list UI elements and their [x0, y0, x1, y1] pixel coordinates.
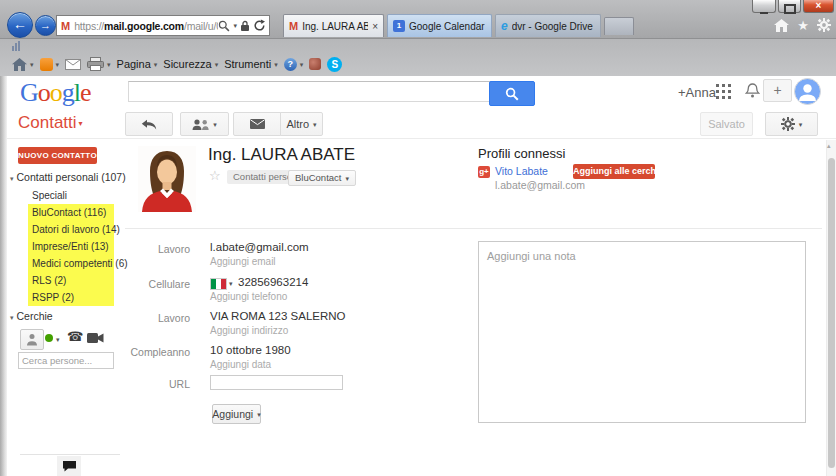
search-icon[interactable]: [218, 20, 230, 32]
home-icon[interactable]: [774, 19, 789, 32]
scrollbar-up-icon[interactable]: ▴: [827, 142, 831, 150]
account-link[interactable]: +Anna: [678, 85, 716, 100]
back-to-list-button[interactable]: [125, 112, 173, 136]
caret-down-icon: ▾: [10, 175, 14, 182]
new-tab-button[interactable]: [604, 17, 634, 35]
circles-contact-button[interactable]: [20, 329, 44, 350]
profile-avatar[interactable]: [794, 78, 821, 105]
caret-down-icon: ▾: [30, 61, 34, 68]
favorites-bar-icon[interactable]: [12, 41, 20, 51]
new-contact-button[interactable]: NUOVO CONTATTO: [18, 147, 97, 164]
url-field-input[interactable]: [210, 375, 343, 390]
tab-label: Google Calendar: [409, 21, 486, 32]
sidebar-item-blucontact[interactable]: BluContact (116): [28, 204, 114, 221]
field-value-birthday[interactable]: 10 ottobre 1980: [210, 344, 291, 356]
add-date-link[interactable]: Aggiungi data: [210, 359, 271, 370]
settings-gear-icon: [781, 117, 795, 131]
groups-icon: [192, 119, 209, 130]
mail-icon: [250, 119, 265, 129]
read-mail-button[interactable]: [65, 59, 81, 70]
field-label: Compleanno: [128, 346, 190, 358]
add-address-link[interactable]: Aggiungi indirizzo: [210, 325, 288, 336]
window-minimize-button[interactable]: [752, 0, 776, 13]
command-bar: ▾ ▾ ▾ Pagina ▾ Sicurezza ▾ Strume: [0, 39, 836, 77]
caret-down-icon: ▾: [300, 61, 304, 68]
favorites-star-icon[interactable]: ★: [797, 19, 809, 32]
profile-name-link[interactable]: Vito Labate: [495, 165, 548, 177]
sidebar-group-cerchie[interactable]: ▾Cerchie: [10, 310, 53, 322]
help-button[interactable]: ? ▾: [284, 58, 304, 71]
mail-icon: [65, 59, 81, 70]
more-actions-button[interactable]: Altro ▾: [280, 112, 323, 136]
tab-google-calendar[interactable]: 1 Google Calendar: [387, 14, 492, 37]
settings-gear-icon[interactable]: [817, 18, 831, 32]
sidebar-item-rspp[interactable]: RSPP (2): [28, 289, 114, 306]
rss-feed-button[interactable]: ▾: [40, 58, 60, 71]
sidebar-item-datori-di-lavoro[interactable]: Datori di lavoro (14): [28, 221, 114, 238]
menu-strumenti[interactable]: Strumenti ▾: [224, 58, 278, 70]
search-input[interactable]: [128, 81, 500, 102]
address-bar[interactable]: M https://mail.google.com/mail/u/0/#c ▾: [56, 15, 270, 36]
refresh-icon[interactable]: [253, 19, 266, 32]
window-maximize-button[interactable]: [778, 0, 801, 13]
field-value-email[interactable]: l.abate@gmail.com: [210, 241, 309, 253]
chat-toggle-button[interactable]: [57, 456, 81, 476]
presence-caret-icon[interactable]: ▾: [56, 336, 60, 343]
sidebar-item-medici-competenti[interactable]: Medici competenti (6): [28, 255, 114, 272]
sidebar-group-personal[interactable]: ▾Contatti personali (107): [10, 171, 126, 183]
tab-google-drive[interactable]: e dvr - Google Drive: [495, 14, 601, 37]
field-label: Lavoro: [128, 312, 190, 324]
sidebar-item-speciali[interactable]: Speciali: [28, 187, 114, 204]
menu-sicurezza[interactable]: Sicurezza ▾: [163, 58, 218, 70]
apps-grid-icon[interactable]: [716, 84, 731, 99]
browser-forward-button[interactable]: →: [35, 15, 56, 36]
print-button[interactable]: ▾: [87, 57, 111, 71]
group-badge-blucontact[interactable]: BluContact▾: [288, 170, 356, 186]
field-value-phone[interactable]: 32856963214: [238, 276, 308, 288]
video-call-icon[interactable]: [87, 332, 104, 344]
field-label: Cellulare: [128, 278, 190, 290]
share-plus-button[interactable]: +: [763, 79, 792, 102]
search-provider-caret-icon[interactable]: ▾: [233, 22, 237, 29]
settings-button[interactable]: ▾: [765, 112, 818, 136]
app-title-menu[interactable]: Contatti▾: [18, 113, 83, 133]
window-close-button[interactable]: ×: [803, 0, 834, 13]
contacts-toolbar: Contatti▾ ▾ Altro ▾ Salvato ▾: [7, 108, 836, 139]
note-textarea[interactable]: [478, 241, 806, 423]
connected-profiles-title: Profili connessi: [478, 146, 565, 161]
menu-pagina[interactable]: Pagina ▾: [117, 58, 158, 70]
notifications-bell-icon[interactable]: [745, 83, 760, 99]
google-header: Google +Anna +: [7, 76, 836, 108]
profile-email: l.abate@gmail.com: [495, 179, 585, 191]
email-contact-button[interactable]: [233, 112, 281, 136]
browser-back-button[interactable]: ←: [7, 12, 33, 38]
rss-icon: [40, 58, 53, 71]
feedback-button[interactable]: [309, 58, 321, 70]
tab-label: dvr - Google Drive: [512, 21, 595, 32]
gmail-favicon-icon: M: [289, 20, 298, 32]
tab-close-icon[interactable]: ×: [372, 21, 378, 32]
add-email-link[interactable]: Aggiungi email: [210, 256, 276, 267]
sidebar-item-imprese-enti[interactable]: Imprese/Enti (13): [28, 238, 114, 255]
home-menu-button[interactable]: ▾: [12, 58, 34, 71]
add-to-circles-button[interactable]: Aggiungi alle cerchie: [573, 164, 655, 179]
caret-down-icon: ▾: [154, 61, 158, 68]
contact-photo[interactable]: [138, 146, 196, 216]
flag-caret-icon[interactable]: ▾: [229, 280, 233, 287]
add-phone-link[interactable]: Aggiungi telefono: [210, 291, 287, 302]
tab-contact[interactable]: M Ing. LAURA ABATE -... ×: [283, 14, 384, 37]
sidebar-item-rls[interactable]: RLS (2): [28, 272, 114, 289]
people-search-input[interactable]: [18, 352, 114, 369]
scrollbar-thumb[interactable]: [828, 158, 835, 468]
phone-call-icon[interactable]: ☎: [67, 329, 83, 344]
skype-button[interactable]: S: [327, 57, 342, 72]
search-button[interactable]: [489, 81, 535, 106]
italy-flag-icon[interactable]: [210, 278, 227, 290]
groups-button[interactable]: ▾: [180, 112, 229, 136]
add-field-button[interactable]: Aggiungi▾: [212, 404, 261, 424]
field-value-address[interactable]: VIA ROMA 123 SALERNO: [210, 310, 346, 322]
search-icon: [505, 87, 519, 101]
contact-name: Ing. LAURA ABATE: [208, 145, 355, 165]
star-contact-icon[interactable]: ☆: [209, 168, 221, 183]
presence-status-dot[interactable]: [45, 334, 53, 342]
